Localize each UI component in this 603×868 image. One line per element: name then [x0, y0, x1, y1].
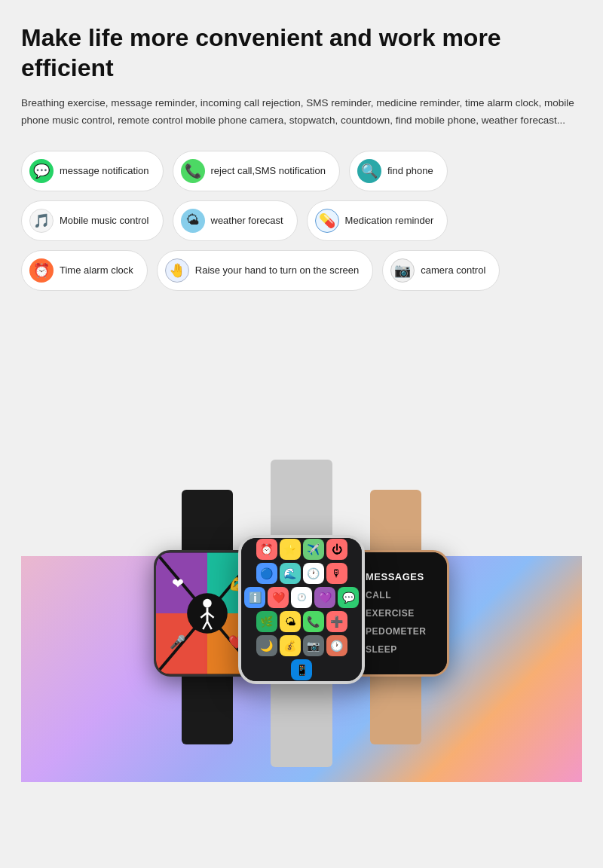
pill-label-call: reject call,SMS notification [211, 165, 326, 176]
app-icon-18: 🌙 [256, 635, 277, 656]
features-grid: 💬 message notification 📞 reject call,SMS… [21, 151, 582, 291]
pill-label-camera: camera control [421, 264, 485, 276]
pill-medication: 💊 Medication reminder [307, 200, 448, 241]
pill-label-alarm: Time alarm clock [60, 264, 133, 276]
app-icon-19: 💰 [280, 635, 301, 656]
watch-center-band-bottom [271, 684, 332, 767]
page-container: Make life more convenient and work more … [0, 0, 603, 782]
app-row-1: ⏰ ⭐ ✈️ ⏻ [256, 539, 347, 560]
page-title: Make life more convenient and work more … [21, 23, 582, 83]
menu-exercise: EXERCISE [366, 604, 439, 622]
alarm-icon: ⏰ [29, 258, 54, 283]
watches-container: ❤ 💪 🎤 ❤️ [23, 330, 580, 767]
pill-label-hand: Raise your hand to turn on the screen [195, 264, 360, 276]
watch-center: ⏰ ⭐ ✈️ ⏻ 🔵 🌊 🕐 🎙 [238, 460, 365, 767]
feature-row-3: ⏰ Time alarm clock 🤚 Raise your hand to … [21, 250, 582, 291]
svg-text:❤: ❤ [172, 576, 184, 591]
app-icon-5: 🔵 [256, 563, 277, 584]
pill-find-phone: 🔍 find phone [349, 151, 448, 191]
pill-label-find: find phone [387, 165, 433, 176]
pill-label-music: Mobile music control [60, 215, 149, 226]
pill-label-medication: Medication reminder [345, 215, 434, 226]
pill-music: 🎵 Mobile music control [21, 200, 164, 241]
app-icon-10: ❤️ [268, 587, 289, 608]
app-icon-16: 📞 [303, 611, 324, 632]
app-icon-3: ✈️ [303, 539, 324, 560]
weather-icon: 🌤 [181, 209, 205, 233]
watch-right-crown [447, 604, 449, 622]
call-icon: 📞 [181, 159, 205, 183]
watch-right-band-top [370, 490, 421, 550]
app-row-2: 🔵 🌊 🕐 🎙 [256, 563, 347, 584]
app-icon-21: 🕐 [326, 635, 347, 656]
medication-icon: 💊 [315, 209, 339, 233]
watch-center-screen: ⏰ ⭐ ✈️ ⏻ 🔵 🌊 🕐 🎙 [241, 538, 362, 681]
app-icon-2: ⭐ [280, 539, 301, 560]
app-icon-8: 🎙 [326, 563, 347, 584]
app-icon-7: 🕐 [303, 563, 324, 584]
pill-message-notification: 💬 message notification [21, 151, 164, 191]
app-icon-6: 🌊 [280, 563, 301, 584]
app-row-4: 🌿 🌤 📞 ➕ [256, 611, 347, 632]
pill-alarm: ⏰ Time alarm clock [21, 250, 148, 291]
app-icon-20: 📷 [303, 635, 324, 656]
feature-row-2: 🎵 Mobile music control 🌤 weather forecas… [21, 200, 582, 241]
pill-weather: 🌤 weather forecast [173, 200, 298, 241]
app-icon-11: 🕐 [291, 587, 312, 608]
svg-point-7 [203, 599, 211, 607]
watch-center-body: ⏰ ⭐ ✈️ ⏻ 🔵 🌊 🕐 🎙 [238, 460, 365, 767]
app-icon-13: 💬 [338, 587, 359, 608]
app-icon-9: ℹ️ [244, 587, 265, 608]
music-icon: 🎵 [29, 209, 54, 233]
watch-left-band-bottom [182, 677, 233, 744]
menu-pedometer: PEDOMETER [366, 622, 439, 640]
watch-center-band-top [271, 460, 332, 535]
watch-center-crown [362, 601, 365, 619]
svg-text:🎤: 🎤 [170, 634, 186, 650]
app-icon-22: 📱 [291, 659, 312, 680]
app-icon-12: 💜 [314, 587, 335, 608]
menu-sleep: SLEEP [366, 640, 439, 659]
app-row-6: 📱 [291, 659, 312, 680]
pill-camera: 📷 camera control [382, 250, 500, 291]
pill-label-weather: weather forecast [211, 215, 283, 226]
app-icon-15: 🌤 [280, 611, 301, 632]
pill-raise-hand: 🤚 Raise your hand to turn on the screen [157, 250, 374, 291]
app-icon-4: ⏻ [326, 539, 347, 560]
header-description: Breathing exercise, message reminder, in… [21, 95, 582, 130]
watch-right-band-bottom [370, 677, 421, 744]
menu-call: CALL [366, 586, 439, 604]
camera-icon: 📷 [390, 258, 415, 283]
watches-section: ❤ 💪 🎤 ❤️ [21, 315, 582, 782]
feature-row-1: 💬 message notification 📞 reject call,SMS… [21, 151, 582, 191]
app-row-5: 🌙 💰 📷 🕐 [256, 635, 347, 656]
pill-label-message: message notification [60, 165, 149, 176]
watch-left-band-top [182, 490, 233, 550]
hand-icon: 🤚 [165, 258, 189, 283]
app-icon-1: ⏰ [256, 539, 277, 560]
find-icon: 🔍 [357, 159, 381, 183]
app-row-3: ℹ️ ❤️ 🕐 💜 💬 [244, 587, 359, 608]
app-icon-14: 🌿 [256, 611, 277, 632]
pill-reject-call: 📞 reject call,SMS notification [173, 151, 340, 191]
menu-messages: MESSAGES [366, 567, 439, 586]
app-icon-17: ➕ [326, 611, 347, 632]
watch-center-case: ⏰ ⭐ ✈️ ⏻ 🔵 🌊 🕐 🎙 [238, 535, 365, 684]
message-icon: 💬 [29, 159, 54, 183]
